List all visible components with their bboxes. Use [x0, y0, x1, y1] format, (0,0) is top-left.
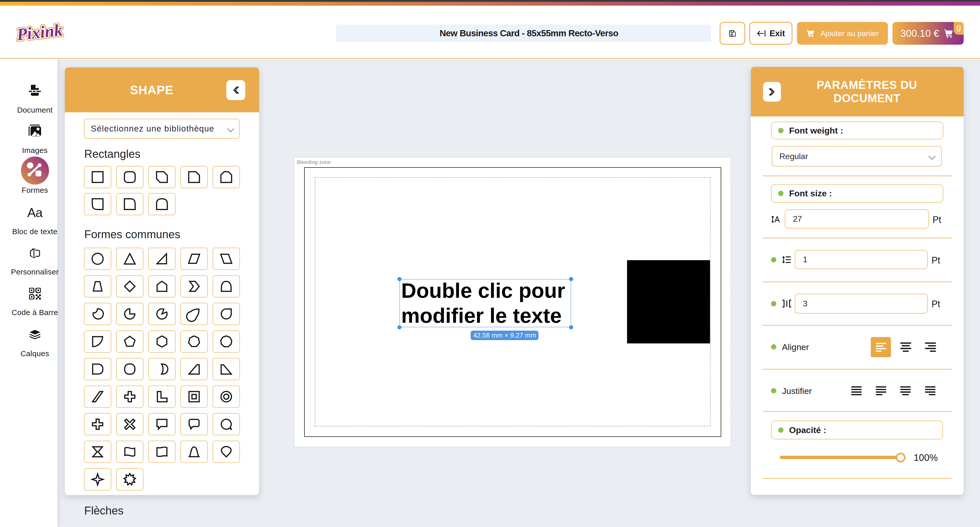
svg-text:Pixink: Pixink — [16, 21, 63, 44]
